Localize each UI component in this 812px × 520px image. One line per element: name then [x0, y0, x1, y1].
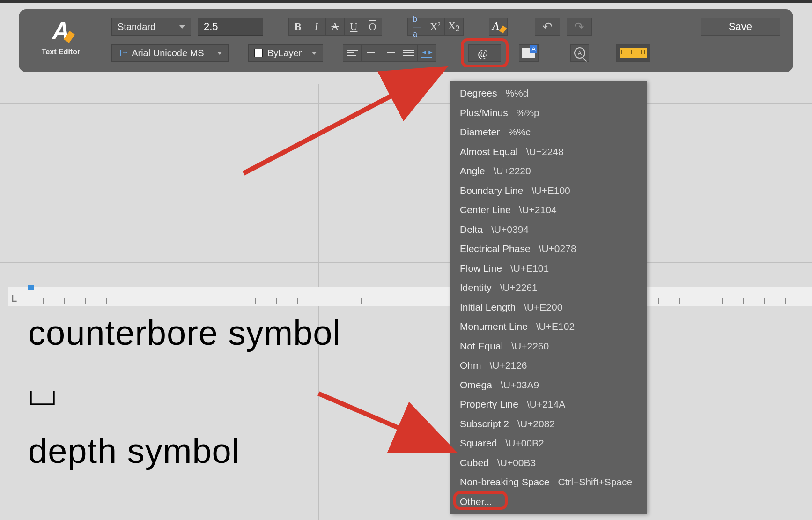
subscript-button[interactable]: X2 — [445, 18, 464, 36]
symbol-menu-item[interactable]: Other... — [450, 492, 647, 512]
clear-format-icon — [492, 21, 504, 33]
text-format-group: B I A U O — [288, 18, 382, 36]
ruler-toggle-button[interactable] — [616, 44, 650, 62]
text-style-dropdown[interactable]: Standard — [111, 18, 191, 36]
ruler-tick — [234, 298, 234, 304]
grid-line — [0, 103, 812, 104]
align-center-button[interactable] — [362, 44, 380, 62]
canvas-text-line-2[interactable]: ⌴ — [28, 379, 57, 412]
insert-field-button[interactable] — [519, 44, 539, 62]
text-height-input[interactable] — [198, 18, 263, 36]
find-replace-button[interactable]: A — [570, 44, 589, 62]
ruler-tick — [701, 298, 701, 304]
fraction-icon: b— a — [413, 15, 421, 38]
symbol-menu-item-name: Not Equal — [460, 339, 503, 354]
align-justify-icon — [403, 50, 414, 56]
symbol-menu-item[interactable]: Delta\U+0394 — [450, 220, 647, 239]
text-ruler[interactable]: L — [8, 287, 812, 306]
color-dropdown[interactable]: ByLayer — [248, 44, 323, 62]
align-justify-button[interactable] — [399, 44, 418, 62]
symbol-menu-item-name: Ohm — [460, 358, 481, 373]
symbol-menu-item[interactable]: Electrical Phase\U+0278 — [450, 239, 647, 259]
underline-button[interactable]: U — [345, 18, 363, 36]
symbol-menu-item-code: \U+00B2 — [505, 436, 544, 451]
ruler-tick — [64, 298, 65, 304]
symbol-menu-item[interactable]: Angle\U+2220 — [450, 161, 647, 181]
symbol-menu-item-name: Plus/Minus — [460, 105, 508, 120]
font-dropdown[interactable]: TT Arial Unicode MS — [111, 44, 229, 62]
ruler-tick — [340, 298, 340, 304]
align-right-button[interactable] — [380, 44, 399, 62]
symbol-menu-item[interactable]: Flow Line\U+E101 — [450, 259, 647, 278]
ruler-tick — [85, 298, 86, 304]
symbol-menu-item-code: \U+03A9 — [501, 378, 539, 393]
symbol-menu-item[interactable]: Degrees%%d — [450, 83, 647, 103]
chevron-down-icon — [179, 25, 185, 29]
text-editor-toolbar: A Text Editor Standard B I A U O — [19, 9, 793, 72]
symbol-menu-item-code: \U+E100 — [531, 183, 570, 198]
symbol-menu-item-name: Cubed — [460, 455, 489, 470]
symbol-menu-item[interactable]: Not Equal\U+2260 — [450, 336, 647, 356]
ruler-indent-handle[interactable] — [28, 285, 34, 290]
symbol-menu-item-code: %%p — [517, 105, 539, 120]
window-titlebar-strip — [0, 0, 812, 3]
symbol-menu-item[interactable]: Omega\U+03A9 — [450, 375, 647, 395]
stack-fraction-button[interactable]: b— a — [407, 18, 426, 36]
symbol-menu-item-name: Subscript 2 — [460, 416, 509, 431]
toolbar-row-2: TT Arial Unicode MS ByLayer ◄ ► — [111, 44, 780, 62]
undo-button[interactable] — [535, 18, 560, 36]
stack-script-group: b— a X2 X2 — [407, 18, 464, 36]
symbol-menu-item-name: Delta — [460, 222, 483, 237]
align-left-button[interactable] — [343, 44, 362, 62]
symbol-menu-item-code: %%d — [505, 86, 528, 101]
symbol-menu-item[interactable]: Ohm\U+2126 — [450, 356, 647, 375]
pencil-icon — [64, 31, 75, 43]
strikethrough-button[interactable]: A — [326, 18, 345, 36]
symbol-menu-item[interactable]: Monument Line\U+E102 — [450, 317, 647, 336]
align-right-icon — [384, 50, 395, 56]
italic-button[interactable]: I — [307, 18, 326, 36]
ruler-tick — [22, 298, 22, 304]
symbol-menu-item[interactable]: Almost Equal\U+2248 — [450, 142, 647, 162]
symbol-menu-item-name: Other... — [460, 494, 492, 509]
canvas-text-line-1[interactable]: counterbore symbol — [28, 313, 341, 353]
ruler-icon — [620, 48, 647, 58]
ruler-tick — [255, 298, 256, 304]
symbol-menu-item[interactable]: Non-breaking SpaceCtrl+Shift+Space — [450, 472, 647, 492]
superscript-icon: X2 — [430, 21, 440, 33]
symbol-menu-item[interactable]: Initial Length\U+E200 — [450, 297, 647, 317]
ruler-tick — [149, 298, 149, 304]
symbol-menu-item[interactable]: Squared\U+00B2 — [450, 433, 647, 453]
symbol-menu-item[interactable]: Plus/Minus%%p — [450, 103, 647, 123]
undo-icon — [542, 20, 553, 34]
symbol-menu-item[interactable]: Diameter%%c — [450, 122, 647, 142]
text-style-value: Standard — [118, 22, 155, 32]
bold-button[interactable]: B — [288, 18, 307, 36]
ruler-tick — [743, 298, 744, 304]
ruler-tick — [170, 298, 170, 304]
field-icon — [522, 48, 535, 58]
text-editor-a-icon: A — [52, 17, 70, 45]
search-icon: A — [574, 47, 585, 59]
superscript-button[interactable]: X2 — [426, 18, 445, 36]
symbol-menu-item-code: \U+2261 — [500, 280, 538, 295]
clear-formatting-button[interactable] — [489, 18, 508, 36]
symbol-menu-item-name: Center Line — [460, 202, 511, 217]
canvas-text-line-3[interactable]: depth symbol — [28, 431, 240, 471]
redo-button[interactable] — [567, 18, 592, 36]
symbol-menu-item-name: Monument Line — [460, 319, 528, 334]
symbol-menu-item[interactable]: Identity\U+2261 — [450, 278, 647, 297]
symbol-menu-item[interactable]: Cubed\U+00B3 — [450, 453, 647, 473]
symbol-menu-item-name: Non-breaking Space — [460, 475, 549, 490]
symbol-menu-item[interactable]: Boundary Line\U+E100 — [450, 181, 647, 201]
save-button[interactable]: Save — [701, 18, 780, 36]
ruler-tick — [404, 298, 404, 304]
font-value: Arial Unicode MS — [132, 48, 204, 59]
ruler-tick — [361, 298, 362, 304]
distribute-width-button[interactable]: ◄ ► — [418, 44, 436, 62]
symbol-menu-item[interactable]: Subscript 2\U+2082 — [450, 414, 647, 434]
insert-symbol-button[interactable]: @ — [468, 44, 501, 62]
overline-button[interactable]: O — [363, 18, 382, 36]
symbol-menu-item[interactable]: Center Line\U+2104 — [450, 200, 647, 220]
symbol-menu-item[interactable]: Property Line\U+214A — [450, 394, 647, 414]
